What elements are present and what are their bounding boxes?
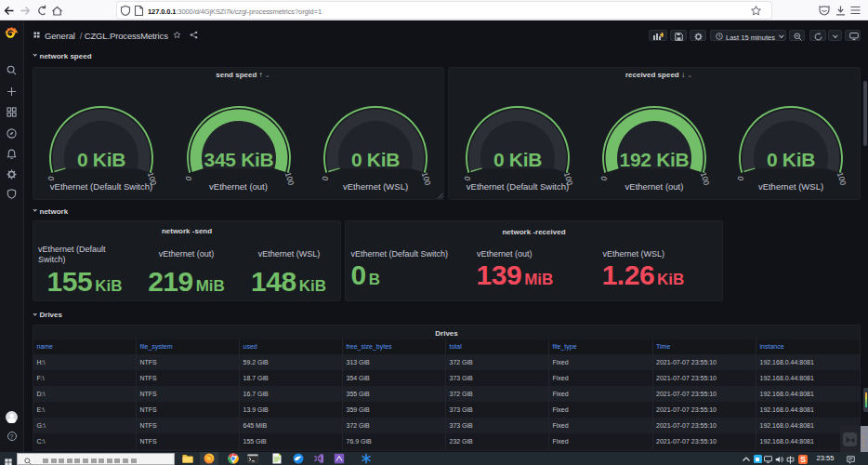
svg-text:0 KiB: 0 KiB bbox=[77, 149, 125, 170]
svg-text:192 KiB: 192 KiB bbox=[620, 149, 690, 170]
svg-text:0 KiB: 0 KiB bbox=[767, 149, 815, 170]
svg-text:345 KiB: 345 KiB bbox=[204, 149, 273, 170]
svg-text:0 KiB: 0 KiB bbox=[493, 149, 542, 170]
svg-text:0 KiB: 0 KiB bbox=[351, 149, 400, 170]
